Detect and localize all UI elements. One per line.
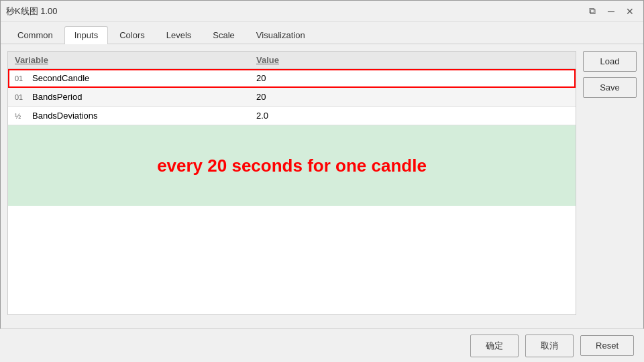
save-button[interactable]: Save (583, 77, 637, 98)
table-header-row: Variable Value (8, 52, 576, 69)
tab-inputs[interactable]: Inputs (64, 26, 108, 44)
var-icon-1: 01 (15, 93, 28, 101)
val-cell-1: 20 (250, 88, 576, 106)
load-button[interactable]: Load (583, 51, 637, 72)
window-title: 秒K线图 1.00 (6, 5, 58, 17)
val-0: 20 (256, 73, 266, 83)
var-cell-1: 01 BandsPeriod (8, 88, 250, 106)
close-button[interactable]: ✕ (622, 5, 638, 18)
window-controls: ⧉ ─ ✕ (584, 5, 638, 18)
preview-text: every 20 seconds for one candle (157, 156, 427, 176)
var-name-2: BandsDeviations (32, 111, 98, 121)
preview-area: every 20 seconds for one candle (8, 125, 576, 206)
bottom-bar: 确定 取消 Reset (0, 328, 644, 362)
val-2: 2.0 (256, 111, 268, 121)
confirm-button[interactable]: 确定 (470, 335, 519, 357)
var-name-1: BandsPeriod (32, 92, 82, 102)
table-row[interactable]: 01 BandsPeriod 20 (8, 88, 576, 107)
var-icon-0: 01 (15, 74, 28, 82)
var-name-0: SecondCandle (32, 73, 89, 83)
tab-scale[interactable]: Scale (203, 26, 245, 44)
val-cell-0: 20 (250, 69, 576, 87)
tab-bar: Common Inputs Colors Levels Scale Visual… (1, 22, 643, 44)
var-icon-2: ½ (15, 112, 28, 120)
var-cell-2: ½ BandsDeviations (8, 107, 250, 125)
variables-table: Variable Value 01 SecondCandle 20 01 Ban… (7, 51, 576, 315)
table-panel: Variable Value 01 SecondCandle 20 01 Ban… (7, 51, 576, 315)
right-action-buttons: Load Save (583, 51, 637, 315)
var-cell-0: 01 SecondCandle (8, 69, 250, 87)
tab-visualization[interactable]: Visualization (246, 26, 315, 44)
header-variable: Variable (8, 52, 250, 68)
tab-colors[interactable]: Colors (109, 26, 155, 44)
main-content: Variable Value 01 SecondCandle 20 01 Ban… (1, 44, 643, 322)
reset-button[interactable]: Reset (580, 335, 634, 356)
title-bar: 秒K线图 1.00 ⧉ ─ ✕ (1, 1, 643, 22)
restore-button[interactable]: ⧉ (584, 5, 600, 18)
header-value: Value (250, 52, 576, 68)
cancel-button[interactable]: 取消 (525, 335, 574, 357)
val-1: 20 (256, 92, 266, 102)
tab-common[interactable]: Common (7, 26, 63, 44)
minimize-button[interactable]: ─ (603, 5, 619, 18)
table-row[interactable]: 01 SecondCandle 20 (8, 69, 576, 88)
val-cell-2: 2.0 (250, 107, 576, 125)
tab-levels[interactable]: Levels (156, 26, 202, 44)
table-row[interactable]: ½ BandsDeviations 2.0 (8, 107, 576, 125)
